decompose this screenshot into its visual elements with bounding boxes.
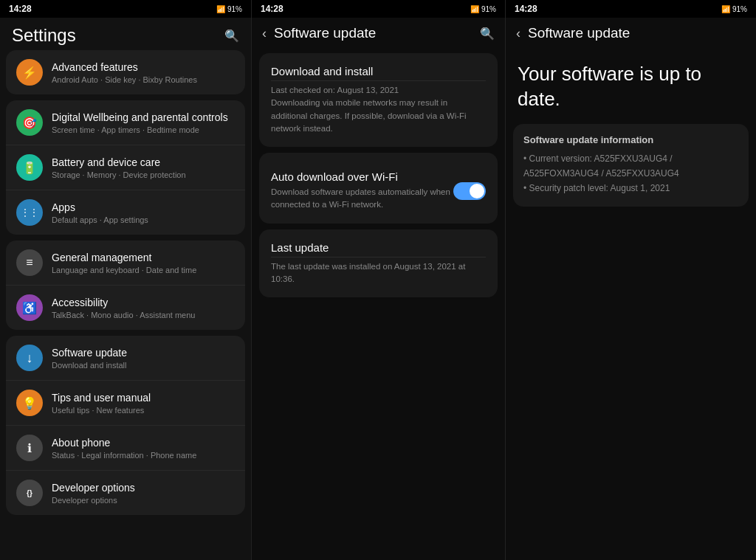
panel3-title: Software update [528, 25, 746, 41]
accessibility-sub: TalkBack · Mono audio · Assistant menu [52, 311, 235, 319]
software-update-title: Software update [52, 346, 235, 359]
settings-text-wellbeing: Digital Wellbeing and parental controls … [52, 111, 235, 134]
settings-group-2: 🎯 Digital Wellbeing and parental control… [6, 100, 245, 235]
about-sub: Status · Legal information · Phone name [52, 451, 235, 460]
back-button-3[interactable]: ‹ [516, 26, 520, 41]
developer-title: Developer options [52, 481, 235, 494]
panel2-title: Software update [274, 25, 472, 41]
last-update-sub: The last update was installed on August … [271, 260, 486, 286]
last-update-card[interactable]: Last update The last update was installe… [259, 229, 498, 298]
software-update-icon: ↓ [16, 345, 43, 371]
settings-item-developer[interactable]: {} Developer options Developer options [6, 471, 245, 515]
auto-download-toggle[interactable] [453, 182, 486, 200]
settings-item-about[interactable]: ℹ About phone Status · Legal information… [6, 426, 245, 471]
about-title: About phone [52, 436, 235, 449]
settings-group-4: ↓ Software update Download and install 💡… [6, 336, 245, 515]
status-icons-2: 📶 91% [470, 5, 496, 13]
about-icon: ℹ [16, 435, 43, 461]
settings-item-wellbeing[interactable]: 🎯 Digital Wellbeing and parental control… [6, 100, 245, 145]
time-1: 14:28 [9, 4, 32, 14]
settings-list: ⚡ Advanced features Android Auto · Side … [0, 50, 251, 560]
developer-icon: {} [16, 480, 43, 506]
download-install-card[interactable]: Download and install Last checked on: Au… [259, 53, 498, 147]
status-bar-1: 14:28 📶 91% [0, 0, 251, 18]
developer-sub: Developer options [52, 496, 235, 505]
battery-sub: Storage · Memory · Device protection [52, 170, 235, 179]
update-info-title: Software update information [523, 134, 738, 145]
up-to-date-message: Your software is up to date. [506, 47, 756, 124]
general-sub: Language and keyboard · Date and time [52, 266, 235, 274]
tips-sub: Useful tips · New features [52, 406, 235, 415]
time-2: 14:28 [261, 4, 284, 14]
settings-group-3: ≡ General management Language and keyboa… [6, 241, 245, 330]
settings-text-battery: Battery and device care Storage · Memory… [52, 156, 235, 179]
update-info-line-1: • Current version: A525FXXU3AUG4 / A525F… [523, 151, 738, 182]
status-bar-3: 14:28 📶 91% [506, 0, 756, 18]
software-update-list-panel: 14:28 📶 91% ‹ Software update 🔍 Download… [251, 0, 505, 560]
settings-item-advanced[interactable]: ⚡ Advanced features Android Auto · Side … [6, 50, 245, 94]
settings-group-1: ⚡ Advanced features Android Auto · Side … [6, 50, 245, 94]
tips-icon: 💡 [16, 390, 43, 416]
settings-item-apps[interactable]: ⋮⋮ Apps Default apps · App settings [6, 190, 245, 235]
wellbeing-title: Digital Wellbeing and parental controls [52, 111, 235, 124]
wellbeing-icon: 🎯 [16, 109, 43, 136]
update-info-body: • Current version: A525FXXU3AUG4 / A525F… [523, 151, 738, 196]
wellbeing-sub: Screen time · App timers · Bedtime mode [52, 125, 235, 134]
software-up-to-date-panel: 14:28 📶 91% ‹ Software update Your softw… [505, 0, 756, 560]
apps-icon: ⋮⋮ [16, 199, 43, 226]
settings-item-tips[interactable]: 💡 Tips and user manual Useful tips · New… [6, 381, 245, 426]
update-info-line-2: • Security patch level: August 1, 2021 [523, 181, 738, 196]
update-info-card: Software update information • Current ve… [513, 124, 749, 207]
status-icons-1: 📶 91% [216, 5, 242, 13]
time-3: 14:28 [515, 4, 537, 14]
panel2-search-icon[interactable]: 🔍 [480, 27, 495, 41]
settings-text-tips: Tips and user manual Useful tips · New f… [52, 391, 235, 414]
settings-text-developer: Developer options Developer options [52, 481, 235, 504]
settings-panel: 14:28 📶 91% Settings 🔍 ⚡ Advanced featur… [0, 0, 251, 560]
auto-download-text: Auto download over Wi-Fi Download softwa… [271, 170, 453, 212]
settings-header: Settings 🔍 [0, 18, 251, 50]
accessibility-icon: ♿ [16, 294, 43, 321]
accessibility-title: Accessibility [52, 296, 235, 309]
auto-download-sub: Download software updates automatically … [271, 186, 453, 212]
apps-sub: Default apps · App settings [52, 215, 235, 224]
general-title: General management [52, 251, 235, 264]
update-cards-list: Download and install Last checked on: Au… [252, 47, 505, 303]
status-icons-3: 📶 91% [721, 5, 747, 13]
auto-download-title: Auto download over Wi-Fi [271, 170, 453, 183]
settings-item-software-update[interactable]: ↓ Software update Download and install [6, 336, 245, 381]
battery-icon: 🔋 [16, 154, 43, 181]
settings-text-about: About phone Status · Legal information ·… [52, 436, 235, 459]
settings-title: Settings [12, 25, 76, 46]
apps-title: Apps [52, 201, 235, 214]
auto-download-card[interactable]: Auto download over Wi-Fi Download softwa… [259, 153, 498, 224]
settings-item-general[interactable]: ≡ General management Language and keyboa… [6, 241, 245, 286]
settings-text-software: Software update Download and install [52, 346, 235, 369]
back-button-2[interactable]: ‹ [262, 26, 267, 41]
settings-text-general: General management Language and keyboard… [52, 251, 235, 274]
last-update-title: Last update [271, 241, 486, 254]
settings-text-apps: Apps Default apps · App settings [52, 201, 235, 224]
settings-text-accessibility: Accessibility TalkBack · Mono audio · As… [52, 296, 235, 319]
panel2-header: ‹ Software update 🔍 [252, 18, 505, 47]
panel3-header: ‹ Software update [506, 18, 756, 47]
advanced-sub: Android Auto · Side key · Bixby Routines [52, 75, 235, 84]
battery-title: Battery and device care [52, 156, 235, 169]
general-icon: ≡ [16, 249, 43, 276]
settings-search-icon[interactable]: 🔍 [224, 29, 239, 43]
settings-text-advanced: Advanced features Android Auto · Side ke… [52, 61, 235, 83]
divider-2 [271, 257, 486, 257]
settings-item-battery[interactable]: 🔋 Battery and device care Storage · Memo… [6, 145, 245, 190]
settings-item-accessibility[interactable]: ♿ Accessibility TalkBack · Mono audio · … [6, 286, 245, 330]
auto-download-row: Auto download over Wi-Fi Download softwa… [271, 170, 486, 212]
status-bar-2: 14:28 📶 91% [252, 0, 505, 18]
tips-title: Tips and user manual [52, 391, 235, 404]
advanced-icon: ⚡ [16, 59, 43, 86]
download-title: Download and install [271, 65, 486, 77]
divider-1 [271, 80, 486, 81]
download-sub: Last checked on: August 13, 2021Download… [271, 84, 486, 135]
advanced-title: Advanced features [52, 61, 235, 74]
software-update-sub: Download and install [52, 361, 235, 370]
